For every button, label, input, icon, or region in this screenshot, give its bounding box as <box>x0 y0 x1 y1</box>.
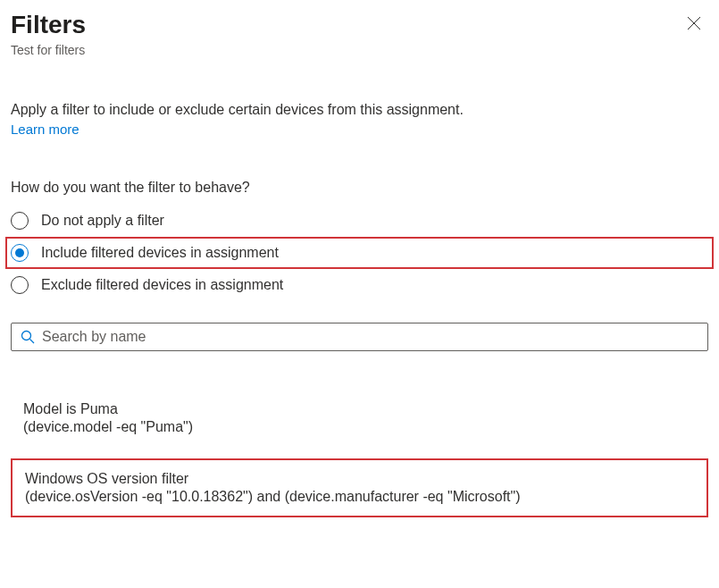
filter-behavior-radio-group: Do not apply a filter Include filtered d… <box>11 205 708 301</box>
radio-label: Include filtered devices in assignment <box>41 245 279 261</box>
learn-more-link[interactable]: Learn more <box>11 122 79 137</box>
svg-line-3 <box>30 340 35 344</box>
filter-item[interactable]: Model is Puma (device.model -eq "Puma") <box>11 394 708 442</box>
radio-icon <box>11 244 29 262</box>
filter-name: Windows OS version filter <box>25 471 694 487</box>
radio-option-none[interactable]: Do not apply a filter <box>11 205 708 237</box>
radio-option-include[interactable]: Include filtered devices in assignment <box>5 237 714 269</box>
behavior-question: How do you want the filter to behave? <box>11 180 708 196</box>
filter-expression: (device.model -eq "Puma") <box>23 419 696 435</box>
svg-point-2 <box>22 332 31 340</box>
panel-title: Filters <box>11 11 86 39</box>
search-input[interactable] <box>42 329 698 345</box>
panel-subtitle: Test for filters <box>11 43 708 57</box>
radio-option-exclude[interactable]: Exclude filtered devices in assignment <box>11 269 708 301</box>
radio-label: Exclude filtered devices in assignment <box>41 277 283 293</box>
close-icon <box>687 16 701 30</box>
filter-name: Model is Puma <box>23 401 696 417</box>
radio-icon <box>11 212 29 230</box>
filter-item[interactable]: Windows OS version filter (device.osVers… <box>11 458 708 517</box>
radio-icon <box>11 276 29 294</box>
filter-expression: (device.osVersion -eq "10.0.18362") and … <box>25 489 694 505</box>
description-text: Apply a filter to include or exclude cer… <box>11 102 708 118</box>
search-icon <box>21 330 35 344</box>
search-box[interactable] <box>11 323 708 351</box>
radio-label: Do not apply a filter <box>41 213 164 229</box>
close-button[interactable] <box>680 11 708 38</box>
